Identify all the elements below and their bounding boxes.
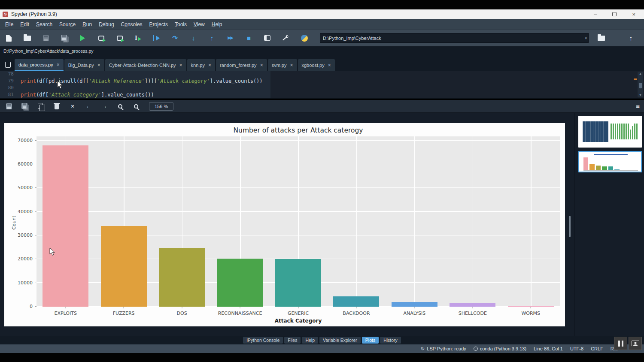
step-over-icon: ↷	[172, 35, 178, 41]
preferences-button[interactable]	[280, 33, 291, 43]
bar-slots	[36, 136, 560, 307]
bar-slot	[269, 136, 327, 307]
tab-big_data-py[interactable]: Big_Data.py×	[64, 59, 104, 71]
step-out-button[interactable]: ↑	[207, 33, 217, 43]
bar-backdoor[interactable]	[333, 296, 379, 307]
tab-close-icon[interactable]: ×	[290, 63, 293, 68]
bar-slot	[36, 136, 94, 307]
bar-exploits[interactable]	[43, 145, 88, 307]
plots-scrollbar[interactable]	[569, 216, 571, 237]
bar-analysis[interactable]	[392, 302, 437, 307]
thumb-green-bar	[634, 124, 636, 139]
bar-slot	[211, 136, 269, 307]
pane-tab-ipython-console[interactable]: IPython Console	[243, 337, 283, 344]
next-plot-button[interactable]: →	[100, 102, 109, 111]
save-all-plots-button[interactable]	[20, 102, 30, 111]
tab-random_forest-py[interactable]: random_forest.py×	[216, 59, 267, 71]
menu-edit[interactable]: Edit	[17, 20, 33, 29]
remove-plot-button[interactable]	[52, 102, 61, 111]
menu-search[interactable]: Search	[33, 20, 56, 29]
pane-options-menu-icon[interactable]: ≡	[636, 103, 640, 110]
copy-plot-button[interactable]	[36, 102, 46, 111]
menu-file[interactable]: File	[2, 20, 17, 29]
zoom-out-button[interactable]	[131, 102, 141, 111]
line-number: 81	[0, 91, 21, 98]
working-directory-combobox[interactable]: D:\Python_Imp\CyberAttack ▾	[320, 33, 589, 43]
code-editor[interactable]: 7879print(df[pd.isnull(df['Attack Refere…	[0, 71, 644, 99]
chevron-down-icon[interactable]: ▾	[585, 36, 587, 40]
bar-reconnaissance[interactable]	[217, 259, 263, 307]
browse-directory-button[interactable]	[596, 33, 607, 43]
menu-source[interactable]: Source	[56, 20, 79, 29]
pane-tab-files[interactable]: Files	[284, 337, 301, 344]
new-file-button[interactable]	[3, 33, 14, 43]
python-environment-button[interactable]	[299, 33, 310, 43]
bar-generic[interactable]	[275, 259, 321, 307]
menu-debug[interactable]: Debug	[95, 20, 117, 29]
bar-shellcode[interactable]	[450, 303, 495, 307]
bar-dos[interactable]	[159, 248, 205, 307]
save-button[interactable]	[40, 33, 51, 43]
step-into-button[interactable]: ↓	[188, 33, 199, 43]
parent-directory-button[interactable]: ↑	[626, 33, 636, 43]
scroll-up-icon[interactable]: ▲	[638, 72, 643, 75]
plot-zoom-level[interactable]: 156 %	[149, 102, 173, 111]
bar-fuzzers[interactable]	[101, 226, 147, 307]
zoom-in-button[interactable]	[115, 102, 125, 111]
menu-run[interactable]: Run	[79, 20, 95, 29]
tab-close-icon[interactable]: ×	[97, 63, 100, 68]
tab-label: Cyber-Attack-Detection-CNN.py	[109, 63, 176, 68]
debug-file-button[interactable]	[151, 33, 162, 43]
tab-cyber-attack-detection-cnn-py[interactable]: Cyber-Attack-Detection-CNN.py×	[105, 59, 186, 71]
save-plot-button[interactable]	[4, 102, 14, 111]
open-file-button[interactable]	[22, 33, 33, 43]
close-button[interactable]: ×	[632, 12, 635, 17]
menu-view[interactable]: View	[190, 20, 208, 29]
x-tick-mark	[65, 307, 66, 308]
plot-thumbnail-attack-categories-selected[interactable]	[578, 151, 642, 172]
plot-figure[interactable]: Number of attacks per Attack caterogy 01…	[4, 123, 565, 326]
tab-knn-py[interactable]: knn.py×	[187, 59, 215, 71]
editor-scrollbar[interactable]: ▲ ▼	[638, 72, 643, 97]
tab-data_process-py[interactable]: data_process.py×	[15, 59, 64, 71]
plot-thumbnail-missing-values[interactable]	[578, 116, 642, 148]
scroll-down-icon[interactable]: ▼	[638, 94, 643, 97]
maximize-pane-button[interactable]	[262, 33, 273, 43]
minimize-button[interactable]: –	[594, 12, 597, 17]
menu-help[interactable]: Help	[208, 20, 226, 29]
pane-tab-plots[interactable]: Plots	[362, 337, 379, 344]
interpreter-status[interactable]: conda (Python 3.9.13)	[474, 346, 526, 351]
x-axis-label: Attack Category	[36, 318, 560, 324]
tab-close-icon[interactable]: ×	[208, 63, 211, 68]
continue-execution-button[interactable]: ▶▶	[225, 33, 236, 43]
menu-tools[interactable]: Tools	[171, 20, 190, 29]
tab-close-icon[interactable]: ×	[57, 62, 60, 67]
tab-xgboost-py[interactable]: xgboost.py×	[298, 59, 335, 71]
camera-overlay-button[interactable]	[629, 337, 642, 350]
remove-all-plots-button[interactable]: ×	[68, 102, 77, 111]
pane-tab-help[interactable]: Help	[302, 337, 318, 344]
tab-close-icon[interactable]: ×	[260, 63, 263, 68]
stop-debugging-button[interactable]: ■	[243, 33, 254, 43]
python-environment-icon	[301, 35, 308, 42]
tab-close-icon[interactable]: ×	[179, 63, 182, 68]
scrollbar-handle[interactable]	[639, 83, 642, 88]
run-file-button[interactable]	[77, 33, 88, 43]
maximize-button[interactable]	[612, 12, 617, 16]
bar-slot	[153, 136, 211, 307]
run-cell-button[interactable]	[96, 33, 106, 43]
pane-tab-variable-explorer[interactable]: Variable Explorer	[319, 337, 361, 344]
tab-svm-py[interactable]: svm.py×	[268, 59, 297, 71]
run-selection-button[interactable]: I	[133, 33, 143, 43]
bar-worms[interactable]	[508, 306, 554, 307]
tab-close-icon[interactable]: ×	[328, 63, 331, 68]
run-cell-advance-button[interactable]	[114, 33, 125, 43]
pause-recording-button[interactable]	[614, 337, 627, 350]
menu-projects[interactable]: Projects	[146, 20, 171, 29]
step-over-button[interactable]: ↷	[170, 33, 180, 43]
previous-plot-button[interactable]: ←	[84, 102, 93, 111]
save-all-button[interactable]	[59, 33, 70, 43]
menu-consoles[interactable]: Consoles	[118, 20, 146, 29]
browse-tabs-button[interactable]	[3, 59, 13, 70]
pane-tab-history[interactable]: History	[380, 337, 401, 344]
